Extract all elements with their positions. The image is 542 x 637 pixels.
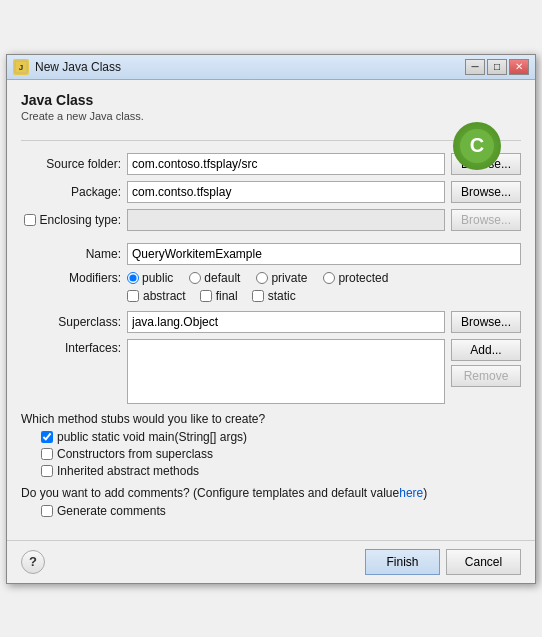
generate-comments-label[interactable]: Generate comments [41, 504, 521, 518]
stub-constructors-label[interactable]: Constructors from superclass [41, 447, 521, 461]
name-row: Name: [21, 243, 521, 265]
generate-comments-checkbox[interactable] [41, 505, 53, 517]
titlebar-controls: ─ □ ✕ [465, 59, 529, 75]
enclosing-type-checkbox[interactable] [24, 214, 36, 226]
svg-text:J: J [19, 63, 23, 72]
source-folder-row: Source folder: Browse... [21, 153, 521, 175]
interfaces-area: Interfaces: Add... Remove [21, 339, 521, 404]
interfaces-label: Interfaces: [21, 339, 121, 355]
modifiers-label: Modifiers: [21, 271, 121, 285]
interfaces-listbox[interactable] [127, 339, 445, 404]
source-folder-label: Source folder: [21, 157, 121, 171]
package-label: Package: [21, 185, 121, 199]
superclass-input[interactable] [127, 311, 445, 333]
header-area: Java Class Create a new Java class. C [21, 92, 521, 141]
abstract-checkbox[interactable] [127, 290, 139, 302]
source-folder-input[interactable] [127, 153, 445, 175]
main-window: J New Java Class ─ □ ✕ Java Class Create… [6, 54, 536, 584]
enclosing-type-label: Enclosing type: [21, 213, 121, 227]
enclosing-type-browse-button[interactable]: Browse... [451, 209, 521, 231]
dialog-content: Java Class Create a new Java class. C So… [7, 80, 535, 540]
modifier-public-label[interactable]: public [127, 271, 173, 285]
enclosing-type-input[interactable] [127, 209, 445, 231]
footer-buttons: Finish Cancel [365, 549, 521, 575]
titlebar: J New Java Class ─ □ ✕ [7, 55, 535, 80]
modifier-public-radio[interactable] [127, 272, 139, 284]
static-label[interactable]: static [252, 289, 296, 303]
modifier-default-radio[interactable] [189, 272, 201, 284]
superclass-row: Superclass: Browse... [21, 311, 521, 333]
modifier-checkboxes-row: abstract final static [127, 289, 521, 303]
stubs-options: public static void main(String[] args) C… [41, 430, 521, 478]
window-title: New Java Class [35, 60, 121, 74]
eclipse-logo: C [453, 122, 501, 170]
modifier-protected-label[interactable]: protected [323, 271, 388, 285]
cancel-button[interactable]: Cancel [446, 549, 521, 575]
stub-main-checkbox[interactable] [41, 431, 53, 443]
stubs-section: Which method stubs would you like to cre… [21, 412, 521, 478]
comments-question: Do you want to add comments? (Configure … [21, 486, 521, 500]
modifiers-radio-group: public default private protected [127, 271, 388, 285]
stub-inherited-label[interactable]: Inherited abstract methods [41, 464, 521, 478]
svg-text:C: C [470, 134, 484, 156]
interfaces-buttons: Add... Remove [451, 339, 521, 387]
stub-inherited-checkbox[interactable] [41, 465, 53, 477]
package-browse-button[interactable]: Browse... [451, 181, 521, 203]
modifier-private-label[interactable]: private [256, 271, 307, 285]
static-checkbox[interactable] [252, 290, 264, 302]
comments-section: Do you want to add comments? (Configure … [21, 486, 521, 518]
superclass-browse-button[interactable]: Browse... [451, 311, 521, 333]
dialog-title: Java Class [21, 92, 521, 108]
interfaces-remove-button[interactable]: Remove [451, 365, 521, 387]
final-label[interactable]: final [200, 289, 238, 303]
window-icon: J [13, 59, 29, 75]
finish-button[interactable]: Finish [365, 549, 440, 575]
dialog-footer: ? Finish Cancel [7, 540, 535, 583]
stub-main-label[interactable]: public static void main(String[] args) [41, 430, 521, 444]
close-button[interactable]: ✕ [509, 59, 529, 75]
modifier-private-radio[interactable] [256, 272, 268, 284]
maximize-button[interactable]: □ [487, 59, 507, 75]
modifier-default-label[interactable]: default [189, 271, 240, 285]
interfaces-add-button[interactable]: Add... [451, 339, 521, 361]
name-input[interactable] [127, 243, 521, 265]
comments-link[interactable]: here [399, 486, 423, 500]
modifiers-row: Modifiers: public default private protec… [21, 271, 521, 285]
modifier-protected-radio[interactable] [323, 272, 335, 284]
name-label: Name: [21, 247, 121, 261]
enclosing-type-row: Enclosing type: Browse... [21, 209, 521, 231]
stubs-question: Which method stubs would you like to cre… [21, 412, 521, 426]
help-button[interactable]: ? [21, 550, 45, 574]
minimize-button[interactable]: ─ [465, 59, 485, 75]
final-checkbox[interactable] [200, 290, 212, 302]
package-input[interactable] [127, 181, 445, 203]
abstract-label[interactable]: abstract [127, 289, 186, 303]
superclass-label: Superclass: [21, 315, 121, 329]
package-row: Package: Browse... [21, 181, 521, 203]
stub-constructors-checkbox[interactable] [41, 448, 53, 460]
comments-option: Generate comments [41, 504, 521, 518]
dialog-subtitle: Create a new Java class. [21, 110, 521, 122]
titlebar-left: J New Java Class [13, 59, 121, 75]
